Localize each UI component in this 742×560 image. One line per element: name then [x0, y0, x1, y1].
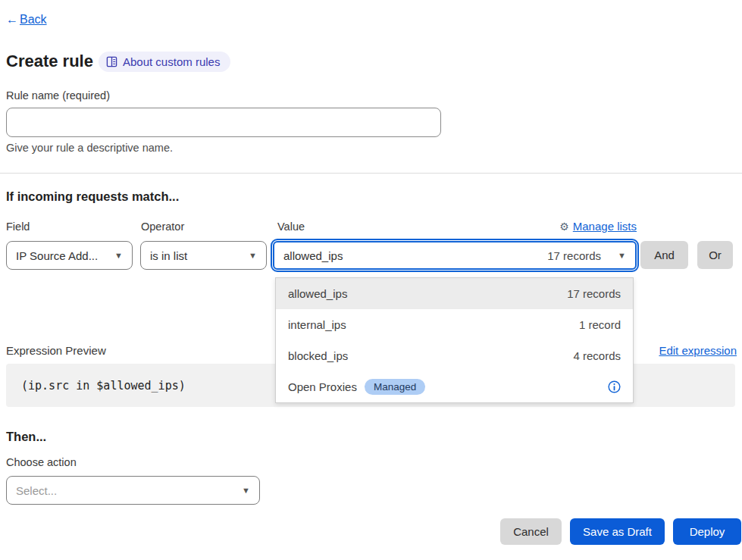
edit-expression-link[interactable]: Edit expression — [659, 344, 737, 357]
value-select[interactable]: allowed_ips 17 records ▼ — [273, 241, 637, 270]
list-item-internal-ips[interactable]: internal_ips 1 record — [276, 309, 633, 340]
cancel-button[interactable]: Cancel — [500, 518, 562, 545]
book-icon — [106, 56, 117, 67]
list-item-open-proxies[interactable]: Open Proxies Managed — [276, 371, 633, 402]
match-section-heading: If incoming requests match... — [6, 189, 179, 204]
list-item-name: blocked_ips — [288, 349, 348, 362]
save-as-draft-button[interactable]: Save as Draft — [570, 518, 665, 545]
field-select[interactable]: IP Source Add... ▼ — [6, 241, 133, 270]
info-icon[interactable] — [608, 380, 621, 393]
value-label: Value — [277, 221, 305, 233]
then-section-heading: Then... — [6, 430, 46, 444]
chevron-down-icon: ▼ — [234, 486, 250, 495]
manage-lists-label: Manage lists — [573, 220, 637, 233]
back-link[interactable]: ←Back — [6, 13, 47, 27]
about-custom-rules-link[interactable]: About custom rules — [99, 52, 230, 72]
rule-name-helper-text: Give your rule a descriptive name. — [6, 142, 173, 154]
back-arrow-icon: ← — [6, 13, 18, 26]
chevron-down-icon: ▼ — [241, 251, 257, 260]
chevron-down-icon: ▼ — [107, 251, 123, 260]
about-custom-rules-label: About custom rules — [123, 55, 220, 68]
and-button[interactable]: And — [640, 241, 688, 269]
list-item-name: internal_ips — [288, 318, 346, 331]
expression-code: (ip.src in $allowed_ips) — [21, 379, 186, 393]
page-title: Create rule — [6, 52, 93, 71]
list-item-blocked-ips[interactable]: blocked_ips 4 records — [276, 340, 633, 371]
gear-icon: ⚙ — [559, 221, 569, 233]
chevron-down-icon: ▼ — [610, 251, 626, 260]
expression-preview-label: Expression Preview — [6, 344, 106, 357]
action-select-placeholder: Select... — [16, 484, 57, 497]
operator-select-value: is in list — [150, 249, 187, 262]
value-select-record-count: 17 records — [547, 249, 601, 262]
list-item-record-count: 17 records — [567, 287, 621, 300]
list-item-record-count: 1 record — [579, 318, 621, 331]
choose-action-label: Choose action — [6, 456, 77, 468]
deploy-button[interactable]: Deploy — [673, 518, 741, 545]
list-item-allowed-ips[interactable]: allowed_ips 17 records — [276, 278, 633, 309]
list-item-name: Open Proxies — [288, 380, 357, 393]
action-select[interactable]: Select... ▼ — [6, 476, 260, 505]
back-label: Back — [20, 13, 47, 26]
value-select-value: allowed_ips — [283, 249, 343, 262]
section-divider — [0, 173, 742, 174]
rule-name-input[interactable] — [6, 108, 441, 137]
list-item-name: allowed_ips — [288, 287, 347, 300]
value-dropdown-panel: allowed_ips 17 records internal_ips 1 re… — [275, 277, 634, 403]
field-select-value: IP Source Add... — [16, 249, 98, 262]
create-rule-page: ←Back Create rule About custom rules Rul… — [0, 0, 742, 560]
list-item-record-count: 4 records — [573, 349, 621, 362]
manage-lists-link[interactable]: ⚙ Manage lists — [559, 220, 637, 233]
or-button[interactable]: Or — [697, 241, 733, 269]
operator-select[interactable]: is in list ▼ — [140, 241, 267, 270]
field-label: Field — [6, 221, 30, 233]
rule-name-label: Rule name (required) — [6, 89, 110, 102]
managed-badge: Managed — [365, 379, 425, 395]
operator-label: Operator — [141, 221, 184, 233]
